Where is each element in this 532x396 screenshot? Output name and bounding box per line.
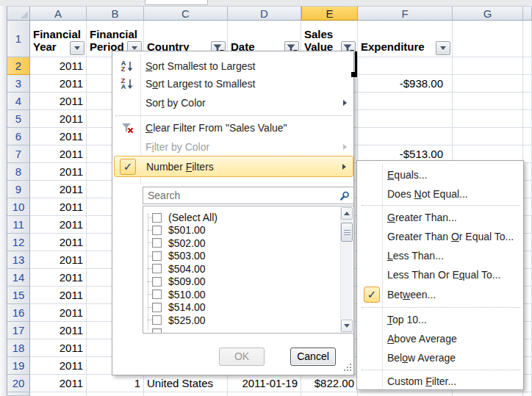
cell-A20[interactable]: 2011 [30, 375, 87, 392]
cell-H8[interactable] [523, 163, 532, 181]
cell-H3[interactable] [523, 75, 532, 93]
cell-A3[interactable]: 2011 [30, 75, 87, 93]
checklist-item-509-00[interactable]: $509.00 [143, 275, 327, 288]
submenu-item-greater-than[interactable]: Greater Than... [359, 208, 523, 227]
checkbox-unchecked[interactable] [152, 226, 162, 235]
cell-A18[interactable]: 2011 [30, 339, 87, 357]
cell-A10[interactable]: 2011 [30, 198, 87, 216]
cell-H5[interactable] [523, 110, 532, 128]
row-header-9[interactable]: 9 [7, 181, 30, 198]
cell-A8[interactable]: 2011 [30, 163, 87, 181]
row-header-partial[interactable] [7, 392, 30, 396]
row-header-15[interactable]: 15 [7, 287, 30, 304]
filter-button-expenditure[interactable] [436, 41, 450, 55]
cell-H19[interactable] [523, 357, 532, 375]
row-header-5[interactable]: 5 [7, 110, 30, 128]
column-header-A[interactable]: A [30, 6, 87, 21]
cell-A12[interactable]: 2011 [30, 234, 87, 251]
row-header-3[interactable]: 3 [7, 75, 30, 93]
cell-C20[interactable]: United States [144, 375, 228, 392]
cell-A9[interactable]: 2011 [30, 181, 87, 198]
cell-H10[interactable] [523, 198, 532, 216]
cell-H11[interactable] [523, 216, 532, 234]
field-header-expenditure[interactable]: Expenditure [358, 21, 453, 57]
cell-D20[interactable]: 2011-01-19 [228, 375, 301, 392]
cell-H9[interactable] [523, 181, 532, 198]
cell-A11[interactable]: 2011 [30, 216, 87, 234]
row-header-7[interactable]: 7 [7, 145, 30, 163]
cell-H17[interactable] [523, 322, 532, 339]
cell-H15[interactable] [523, 287, 532, 304]
menu-item-clear-filter-from-sales-value[interactable]: Clear Filter From "Sales Value" [114, 118, 353, 137]
row-header-19[interactable]: 19 [7, 357, 30, 375]
header-cell-G[interactable] [453, 21, 523, 57]
row-header-2[interactable]: 2 [7, 57, 30, 75]
active-cell-fill-handle[interactable] [351, 72, 357, 77]
submenu-item-greater-than-or-equal-to[interactable]: Greater Than Or Equal To... [359, 227, 523, 246]
row-header-13[interactable]: 13 [7, 251, 30, 269]
cell-H16[interactable] [523, 304, 532, 322]
row-header-10[interactable]: 10 [7, 198, 30, 216]
filter-values-list[interactable]: (Select All)$501.00$502.00$503.00$504.00… [143, 206, 354, 334]
checklist-item-select-all[interactable]: (Select All) [143, 211, 327, 224]
scrollbar-up-button[interactable] [341, 207, 353, 220]
row-header-16[interactable]: 16 [7, 304, 30, 322]
cell-H13[interactable] [523, 251, 532, 269]
menu-item-sort-smallest-to-largest[interactable]: Sort Smallest to LargestAZ [114, 57, 353, 75]
submenu-item-equals[interactable]: Equals... [359, 165, 523, 184]
cell-G4[interactable] [453, 93, 523, 110]
column-header-C[interactable]: C [144, 6, 228, 21]
cell-A17[interactable]: 2011 [30, 322, 87, 339]
cell-H7[interactable] [523, 145, 532, 163]
filter-button-financial-year[interactable] [70, 41, 85, 55]
cell-H12[interactable] [523, 234, 532, 251]
row-header-4[interactable]: 4 [7, 93, 30, 110]
submenu-item-less-than[interactable]: Less Than... [359, 246, 523, 265]
column-header-E[interactable]: E [301, 6, 358, 21]
row-header-6[interactable]: 6 [7, 128, 30, 145]
checklist-item-510-00[interactable]: $510.00 [143, 288, 327, 301]
menu-item-sort-largest-to-smallest[interactable]: Sort Largest to SmallestZA [114, 75, 353, 93]
cell-A5[interactable]: 2011 [30, 110, 87, 128]
checkbox-unchecked[interactable] [152, 277, 162, 287]
submenu-item-below-average[interactable]: Below Average [359, 348, 523, 367]
cell-A13[interactable]: 2011 [30, 251, 87, 269]
cell-H20[interactable] [523, 375, 532, 392]
column-header-G[interactable]: G [453, 6, 523, 21]
cell-A6[interactable]: 2011 [30, 128, 87, 145]
menu-item-sort-by-color[interactable]: Sort by Color [114, 93, 353, 113]
scrollbar-thumb[interactable] [341, 223, 353, 242]
column-header-B[interactable]: B [87, 6, 144, 21]
checkbox-unchecked[interactable] [152, 251, 162, 261]
cell-E20[interactable]: $822.00 [301, 375, 358, 392]
select-all-corner[interactable] [7, 6, 30, 21]
cell-A4[interactable]: 2011 [30, 93, 87, 110]
row-header-1[interactable]: 1 [7, 21, 30, 57]
checklist-item-503-00[interactable]: $503.00 [143, 249, 327, 262]
submenu-item-between[interactable]: Between...✓ [359, 284, 523, 305]
submenu-item-less-than-or-equal-to[interactable]: Less Than Or Equal To... [359, 265, 523, 284]
cell-F2[interactable] [358, 57, 453, 75]
cell-H18[interactable] [523, 339, 532, 357]
cell-G5[interactable] [453, 110, 523, 128]
row-header-8[interactable]: 8 [7, 163, 30, 181]
cell-F4[interactable] [358, 93, 453, 110]
cell-G3[interactable] [453, 75, 523, 93]
cell-A19[interactable]: 2011 [30, 357, 87, 375]
checkbox-unchecked[interactable] [152, 213, 162, 223]
cell-F6[interactable] [358, 128, 453, 145]
submenu-item-above-average[interactable]: Above Average [359, 329, 523, 348]
column-header-partial[interactable] [523, 6, 532, 21]
scrollbar[interactable] [340, 207, 353, 332]
column-header-D[interactable]: D [228, 6, 301, 21]
search-box[interactable] [143, 187, 354, 204]
cell-H4[interactable] [523, 93, 532, 110]
cell-A14[interactable]: 2011 [30, 269, 87, 287]
checklist-item-525-00[interactable]: $525.00 [143, 314, 327, 327]
checkbox-unchecked[interactable] [152, 315, 162, 325]
scrollbar-down-button[interactable] [341, 320, 353, 332]
checkbox-unchecked[interactable] [152, 264, 162, 273]
submenu-item-top-10[interactable]: Top 10... [359, 310, 523, 329]
row-header-11[interactable]: 11 [7, 216, 30, 234]
search-input[interactable] [143, 187, 334, 204]
